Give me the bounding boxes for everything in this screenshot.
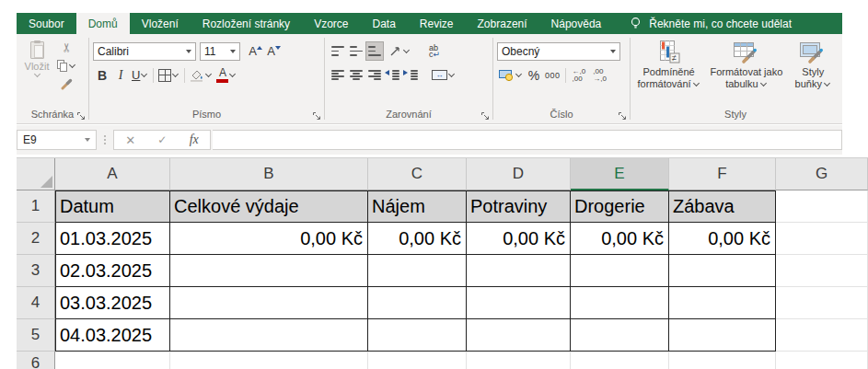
cell-E2[interactable]: 0,00 Kč xyxy=(571,223,669,255)
cell-D3[interactable] xyxy=(467,255,571,287)
cell-C5[interactable] xyxy=(368,319,467,352)
row-header-4[interactable]: 4 xyxy=(17,287,55,319)
copy-button[interactable] xyxy=(55,56,78,75)
column-header-c[interactable]: C xyxy=(368,158,467,190)
cell-styles-button[interactable]: Styly buňky xyxy=(790,40,837,108)
cell-E1[interactable]: Drogerie xyxy=(571,190,669,223)
tab-zobrazeni[interactable]: Zobrazení xyxy=(466,13,539,34)
cell-F3[interactable] xyxy=(669,255,776,287)
wrap-text-button[interactable]: ab c xyxy=(425,41,444,61)
column-header-g[interactable]: G xyxy=(776,158,868,190)
cell-D4[interactable] xyxy=(467,287,571,319)
cell-D1[interactable]: Potraviny xyxy=(467,190,571,223)
cell-D2[interactable]: 0,00 Kč xyxy=(467,223,571,255)
select-all-corner[interactable] xyxy=(17,158,55,190)
format-painter-button[interactable] xyxy=(55,75,78,93)
cell-F1[interactable]: Zábava xyxy=(669,190,776,223)
align-right-button[interactable] xyxy=(365,65,384,85)
decrease-font-size-button[interactable]: A xyxy=(264,41,283,61)
orientation-button[interactable] xyxy=(388,41,412,61)
tab-vzorce[interactable]: Vzorce xyxy=(302,13,360,34)
cell-G4[interactable] xyxy=(776,287,868,319)
cell-A2[interactable]: 01.03.2025 xyxy=(55,223,170,255)
cell-B2[interactable]: 0,00 Kč xyxy=(170,223,368,255)
merge-center-button[interactable] xyxy=(430,65,457,85)
align-left-button[interactable] xyxy=(329,65,347,85)
font-size-combobox[interactable]: 11 xyxy=(200,42,240,61)
font-name-combobox[interactable]: Calibri xyxy=(93,42,196,61)
cell-C4[interactable] xyxy=(368,287,467,319)
align-top-button[interactable] xyxy=(329,41,347,61)
paste-button[interactable]: Vložit xyxy=(20,38,53,108)
cell-A4[interactable]: 03.03.2025 xyxy=(55,287,170,319)
enter-icon[interactable]: ✓ xyxy=(157,133,167,146)
tab-revize[interactable]: Revize xyxy=(408,13,466,34)
column-header-a[interactable]: A xyxy=(55,158,170,190)
cell-G2[interactable] xyxy=(776,223,868,255)
cell-B5[interactable] xyxy=(170,319,368,352)
align-middle-button[interactable] xyxy=(347,41,365,61)
column-header-e-selected[interactable]: E xyxy=(571,158,669,190)
tab-napoveda[interactable]: Nápověda xyxy=(539,13,614,34)
column-header-d[interactable]: D xyxy=(467,158,571,190)
italic-button[interactable]: I xyxy=(111,65,130,85)
row-header-3[interactable]: 3 xyxy=(17,255,55,287)
name-box[interactable]: E9 xyxy=(17,130,97,150)
cell-F4[interactable] xyxy=(669,287,776,319)
dialog-launcher-icon[interactable] xyxy=(76,111,86,121)
cell-B6[interactable] xyxy=(170,352,368,369)
cell-E5[interactable] xyxy=(571,319,669,352)
dialog-launcher-icon[interactable] xyxy=(480,111,490,121)
row-header-5[interactable]: 5 xyxy=(17,319,55,352)
cell-D6[interactable] xyxy=(467,352,571,369)
dialog-launcher-icon[interactable] xyxy=(618,111,627,121)
cut-button[interactable]: ✂ xyxy=(55,38,78,56)
cell-F5[interactable] xyxy=(669,319,776,352)
cell-A1[interactable]: Datum xyxy=(55,190,170,223)
cell-C1[interactable]: Nájem xyxy=(368,190,467,223)
borders-button[interactable] xyxy=(156,65,181,85)
column-header-f[interactable]: F xyxy=(669,158,776,190)
formula-bar-resize-handle[interactable] xyxy=(97,135,113,144)
bold-button[interactable]: B xyxy=(93,65,111,85)
cell-E3[interactable] xyxy=(571,255,669,287)
tab-soubor[interactable]: Soubor xyxy=(17,13,76,34)
row-header-6[interactable]: 6 xyxy=(17,352,55,369)
cell-F6[interactable] xyxy=(669,352,776,369)
cell-G3[interactable] xyxy=(776,255,868,287)
cell-B1[interactable]: Celkové výdaje xyxy=(170,190,368,223)
cell-G6[interactable] xyxy=(776,352,868,369)
cell-G1[interactable] xyxy=(776,190,868,223)
tab-data[interactable]: Data xyxy=(360,13,407,34)
cell-F2[interactable]: 0,00 Kč xyxy=(669,223,776,255)
underline-button[interactable]: U xyxy=(130,65,150,85)
cell-B3[interactable] xyxy=(170,255,368,287)
column-header-b[interactable]: B xyxy=(170,158,368,190)
format-as-table-button[interactable]: Formátovat jako tabulku xyxy=(707,40,785,108)
cancel-icon[interactable]: ✕ xyxy=(125,133,135,147)
cell-D5[interactable] xyxy=(467,319,571,352)
increase-indent-button[interactable] xyxy=(402,65,421,85)
decrease-indent-button[interactable] xyxy=(384,65,402,85)
number-format-combobox[interactable]: Obecný xyxy=(497,42,620,61)
cell-C3[interactable] xyxy=(368,255,467,287)
decrease-decimal-button[interactable]: ,00 →,0 xyxy=(589,65,610,85)
font-color-button[interactable]: A xyxy=(214,65,238,85)
cell-E6[interactable] xyxy=(571,352,669,369)
tab-rozlozeni-stranky[interactable]: Rozložení stránky xyxy=(191,13,302,34)
align-bottom-button[interactable] xyxy=(365,41,384,61)
cell-A6[interactable] xyxy=(55,352,170,369)
tell-me-box[interactable]: Řekněte mi, co chcete udělat xyxy=(630,13,792,34)
cell-C6[interactable] xyxy=(368,352,467,369)
cell-B4[interactable] xyxy=(170,287,368,319)
row-header-1[interactable]: 1 xyxy=(17,190,55,223)
percent-style-button[interactable]: % xyxy=(525,65,543,85)
comma-style-button[interactable]: 000 xyxy=(543,65,562,85)
cell-A5[interactable]: 04.03.2025 xyxy=(55,319,170,352)
cell-C2[interactable]: 0,00 Kč xyxy=(368,223,467,255)
cell-E4[interactable] xyxy=(571,287,669,319)
row-header-2[interactable]: 2 xyxy=(17,223,55,255)
cell-A3[interactable]: 02.03.2025 xyxy=(55,255,170,287)
accounting-format-button[interactable] xyxy=(497,65,525,85)
cell-G5[interactable] xyxy=(776,319,868,352)
